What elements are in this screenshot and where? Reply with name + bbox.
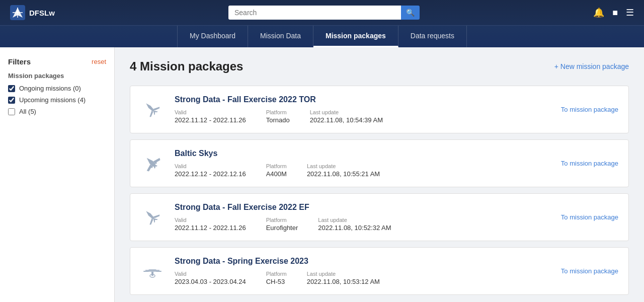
mission-name: Baltic Skys (175, 149, 551, 158)
tab-data-requests[interactable]: Data requests (398, 26, 467, 47)
aircraft-icon (140, 152, 165, 176)
mission-name: Strong Data - Spring Exercise 2023 (175, 257, 551, 266)
logo-icon (10, 5, 25, 20)
to-mission-package-link[interactable]: To mission package (561, 213, 618, 221)
platform-group: Platform Tornado (266, 109, 290, 124)
to-mission-package-link[interactable]: To mission package (561, 267, 618, 275)
filters-header: Filters reset (8, 57, 106, 66)
main-content: 4 Mission packages + New mission package… (115, 47, 644, 302)
filter-upcoming-label: Upcoming missions (4) (19, 96, 86, 104)
mission-meta: Valid 2022.11.12 - 2022.11.26 Platform T… (175, 109, 551, 124)
filters-title: Filters (8, 57, 31, 66)
filter-upcoming[interactable]: Upcoming missions (4) (8, 96, 106, 104)
user-icon[interactable]: ■ (612, 8, 618, 18)
main-layout: Filters reset Mission packages Ongoing m… (0, 47, 644, 302)
reset-button[interactable]: reset (92, 58, 106, 65)
new-mission-button[interactable]: + New mission package (554, 62, 629, 70)
last-update-value: 2022.11.08, 10:53:12 AM (307, 278, 380, 285)
last-update-value: 2022.11.08, 10:52:32 AM (318, 224, 391, 232)
platform-value: A400M (266, 170, 287, 178)
valid-value: 2023.04.03 - 2023.04.24 (175, 278, 246, 285)
table-row: Strong Data - Fall Exercise 2022 TOR Val… (130, 86, 629, 133)
filter-ongoing-checkbox[interactable] (8, 85, 15, 92)
platform-value: Eurofighter (266, 224, 298, 232)
valid-label: Valid (175, 271, 246, 277)
platform-group: Platform CH-53 (266, 271, 287, 285)
to-mission-package-link[interactable]: To mission package (561, 160, 618, 167)
filter-upcoming-checkbox[interactable] (8, 97, 15, 104)
table-row: Strong Data - Spring Exercise 2023 Valid… (130, 247, 629, 295)
table-row: Baltic Skys Valid 2022.12.12 - 2022.12.1… (130, 139, 629, 187)
filter-all-label: All (5) (19, 108, 36, 115)
top-icons: 🔔 ■ ☰ (593, 7, 634, 18)
last-update-group: Last update 2022.11.08, 10:55:21 AM (307, 163, 380, 178)
filter-all-checkbox[interactable] (8, 108, 15, 115)
tab-mission-data[interactable]: Mission Data (248, 26, 313, 47)
valid-label: Valid (175, 163, 246, 169)
notifications-icon[interactable]: 🔔 (593, 7, 604, 18)
last-update-value: 2022.11.08, 10:55:21 AM (307, 170, 380, 178)
valid-value: 2022.11.12 - 2022.11.26 (175, 116, 246, 124)
last-update-label: Last update (318, 217, 391, 223)
mission-meta: Valid 2022.12.12 - 2022.12.16 Platform A… (175, 163, 551, 178)
valid-group: Valid 2023.04.03 - 2023.04.24 (175, 271, 246, 285)
mission-meta: Valid 2023.04.03 - 2023.04.24 Platform C… (175, 271, 551, 285)
tab-mission-packages[interactable]: Mission packages (313, 26, 398, 47)
valid-group: Valid 2022.12.12 - 2022.12.16 (175, 163, 246, 178)
last-update-group: Last update 2022.11.08, 10:52:32 AM (318, 217, 391, 232)
content-header: 4 Mission packages + New mission package (130, 59, 629, 73)
last-update-value: 2022.11.08, 10:54:39 AM (310, 116, 383, 124)
valid-group: Valid 2022.11.12 - 2022.11.26 (175, 217, 246, 232)
top-navigation: DFSLw 🔍 🔔 ■ ☰ My Dashboard Mission Data … (0, 0, 644, 47)
aircraft-icon (140, 259, 165, 283)
valid-label: Valid (175, 217, 246, 223)
logo-area: DFSLw (10, 5, 55, 20)
last-update-label: Last update (307, 271, 380, 277)
valid-value: 2022.12.12 - 2022.12.16 (175, 170, 246, 178)
table-row: Strong Data - Fall Exercise 2022 EF Vali… (130, 193, 629, 241)
mission-name: Strong Data - Fall Exercise 2022 EF (175, 203, 551, 212)
platform-label: Platform (266, 109, 290, 115)
valid-label: Valid (175, 109, 246, 115)
search-input[interactable] (228, 6, 401, 20)
platform-value: Tornado (266, 116, 290, 124)
valid-group: Valid 2022.11.12 - 2022.11.26 (175, 109, 246, 124)
last-update-label: Last update (310, 109, 383, 115)
platform-group: Platform Eurofighter (266, 217, 298, 232)
platform-group: Platform A400M (266, 163, 287, 178)
mission-info: Strong Data - Fall Exercise 2022 EF Vali… (175, 203, 551, 232)
filter-ongoing[interactable]: Ongoing missions (0) (8, 85, 106, 92)
tab-my-dashboard[interactable]: My Dashboard (177, 26, 248, 47)
aircraft-icon (140, 205, 165, 230)
mission-info: Baltic Skys Valid 2022.12.12 - 2022.12.1… (175, 149, 551, 178)
mission-name: Strong Data - Fall Exercise 2022 TOR (175, 95, 551, 104)
mission-meta: Valid 2022.11.12 - 2022.11.26 Platform E… (175, 217, 551, 232)
page-title: 4 Mission packages (130, 59, 243, 73)
aircraft-icon (140, 98, 165, 122)
app-name: DFSLw (29, 9, 55, 17)
last-update-label: Last update (307, 163, 380, 169)
platform-label: Platform (266, 271, 287, 277)
platform-label: Platform (266, 217, 298, 223)
mission-info: Strong Data - Fall Exercise 2022 TOR Val… (175, 95, 551, 124)
nav-tabs: My Dashboard Mission Data Mission packag… (0, 25, 644, 47)
to-mission-package-link[interactable]: To mission package (561, 106, 618, 113)
last-update-group: Last update 2022.11.08, 10:53:12 AM (307, 271, 380, 285)
valid-value: 2022.11.12 - 2022.11.26 (175, 224, 246, 232)
search-bar: 🔍 (228, 6, 420, 20)
search-button[interactable]: 🔍 (401, 6, 420, 20)
menu-icon[interactable]: ☰ (626, 7, 634, 18)
platform-value: CH-53 (266, 278, 287, 285)
sidebar-section-title: Mission packages (8, 72, 106, 80)
mission-list: Strong Data - Fall Exercise 2022 TOR Val… (130, 86, 629, 295)
last-update-group: Last update 2022.11.08, 10:54:39 AM (310, 109, 383, 124)
filter-ongoing-label: Ongoing missions (0) (19, 85, 81, 92)
filter-all[interactable]: All (5) (8, 108, 106, 115)
mission-info: Strong Data - Spring Exercise 2023 Valid… (175, 257, 551, 285)
sidebar: Filters reset Mission packages Ongoing m… (0, 47, 115, 302)
platform-label: Platform (266, 163, 287, 169)
